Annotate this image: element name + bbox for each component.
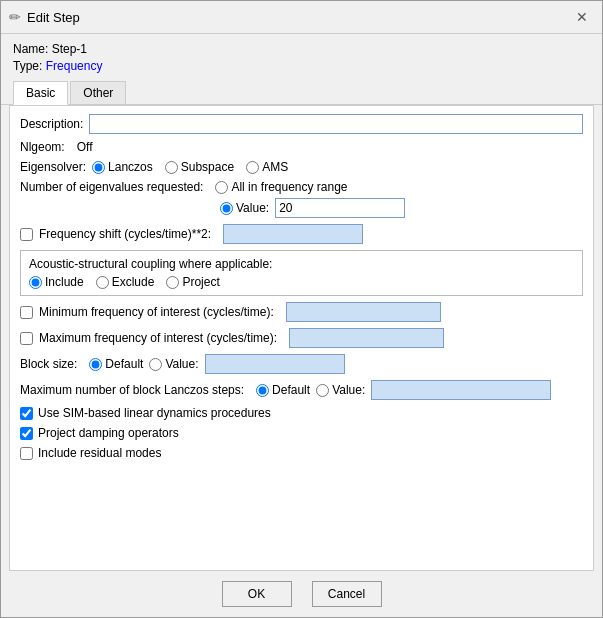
max-block-default[interactable]: Default (256, 383, 310, 397)
cancel-button[interactable]: Cancel (312, 581, 382, 607)
max-freq-label: Maximum frequency of interest (cycles/ti… (39, 331, 277, 345)
step-name-value: Step-1 (52, 42, 87, 56)
sim-based-checkbox[interactable] (20, 407, 33, 420)
acoustic-section: Acoustic-structural coupling where appli… (20, 250, 583, 296)
residual-modes-label: Include residual modes (38, 446, 161, 460)
step-type-value: Frequency (46, 59, 103, 73)
tab-other[interactable]: Other (70, 81, 126, 104)
max-block-label: Maximum number of block Lanczos steps: (20, 383, 244, 397)
eigensolver-ams[interactable]: AMS (246, 160, 288, 174)
eigenvalues-value[interactable]: Value: (220, 201, 269, 215)
nlgeom-value: Off (77, 140, 93, 154)
acoustic-exclude[interactable]: Exclude (96, 275, 155, 289)
close-button[interactable]: ✕ (570, 7, 594, 27)
title-bar-left: ✏ Edit Step (9, 9, 80, 25)
max-block-value[interactable]: Value: (316, 383, 365, 397)
eigensolver-label: Eigensolver: (20, 160, 86, 174)
acoustic-label: Acoustic-structural coupling where appli… (29, 257, 574, 271)
block-size-default[interactable]: Default (89, 357, 143, 371)
tab-basic[interactable]: Basic (13, 81, 68, 105)
eigensolver-row: Eigensolver: Lanczos Subspace AMS (20, 160, 583, 174)
block-size-value[interactable]: Value: (149, 357, 198, 371)
project-damping-checkbox[interactable] (20, 427, 33, 440)
name-label: Name: (13, 42, 48, 56)
tab-content: Description: Nlgeom: Off Eigensolver: La… (9, 105, 594, 571)
dialog-title: Edit Step (27, 10, 80, 25)
min-freq-label: Minimum frequency of interest (cycles/ti… (39, 305, 274, 319)
acoustic-include[interactable]: Include (29, 275, 84, 289)
max-block-row: Maximum number of block Lanczos steps: D… (20, 380, 583, 400)
eigenvalues-value-input[interactable] (275, 198, 405, 218)
freq-shift-input[interactable] (223, 224, 363, 244)
nlgeom-label: Nlgeom: (20, 140, 65, 154)
max-freq-row: Maximum frequency of interest (cycles/ti… (20, 328, 583, 348)
freq-shift-label: Frequency shift (cycles/time)**2: (39, 227, 211, 241)
ok-button[interactable]: OK (222, 581, 292, 607)
type-line: Type: Frequency (13, 59, 590, 73)
freq-shift-checkbox[interactable] (20, 228, 33, 241)
residual-modes-row: Include residual modes (20, 446, 583, 460)
description-input[interactable] (89, 114, 583, 134)
freq-shift-row: Frequency shift (cycles/time)**2: (20, 224, 583, 244)
description-label: Description: (20, 117, 83, 131)
max-freq-input[interactable] (289, 328, 444, 348)
eigensolver-lanczos[interactable]: Lanczos (92, 160, 153, 174)
eigensolver-subspace[interactable]: Subspace (165, 160, 234, 174)
eigensolver-group: Lanczos Subspace AMS (92, 160, 288, 174)
nlgeom-row: Nlgeom: Off (20, 140, 583, 154)
acoustic-group: Include Exclude Project (29, 275, 574, 289)
max-freq-checkbox[interactable] (20, 332, 33, 345)
acoustic-project[interactable]: Project (166, 275, 219, 289)
block-size-input[interactable] (205, 354, 345, 374)
dialog-header: Name: Step-1 Type: Frequency (1, 34, 602, 77)
type-label: Type: (13, 59, 42, 73)
block-size-label: Block size: (20, 357, 77, 371)
residual-modes-checkbox[interactable] (20, 447, 33, 460)
name-line: Name: Step-1 (13, 42, 590, 56)
description-row: Description: (20, 114, 583, 134)
project-damping-label: Project damping operators (38, 426, 179, 440)
max-block-input[interactable] (371, 380, 551, 400)
sim-based-row: Use SIM-based linear dynamics procedures (20, 406, 583, 420)
min-freq-row: Minimum frequency of interest (cycles/ti… (20, 302, 583, 322)
eigenvalues-first-line: Number of eigenvalues requested: All in … (20, 180, 583, 194)
edit-icon: ✏ (9, 9, 21, 25)
project-damping-row: Project damping operators (20, 426, 583, 440)
block-size-row: Block size: Default Value: (20, 354, 583, 374)
eigenvalues-label: Number of eigenvalues requested: (20, 180, 203, 194)
min-freq-checkbox[interactable] (20, 306, 33, 319)
eigenvalues-second-line: Value: (20, 198, 583, 218)
min-freq-input[interactable] (286, 302, 441, 322)
footer: OK Cancel (1, 571, 602, 617)
title-bar: ✏ Edit Step ✕ (1, 1, 602, 34)
sim-based-label: Use SIM-based linear dynamics procedures (38, 406, 271, 420)
tab-bar: Basic Other (1, 81, 602, 105)
edit-step-dialog: ✏ Edit Step ✕ Name: Step-1 Type: Frequen… (0, 0, 603, 618)
eigenvalues-all-freq[interactable]: All in frequency range (215, 180, 347, 194)
eigenvalues-section: Number of eigenvalues requested: All in … (20, 180, 583, 218)
